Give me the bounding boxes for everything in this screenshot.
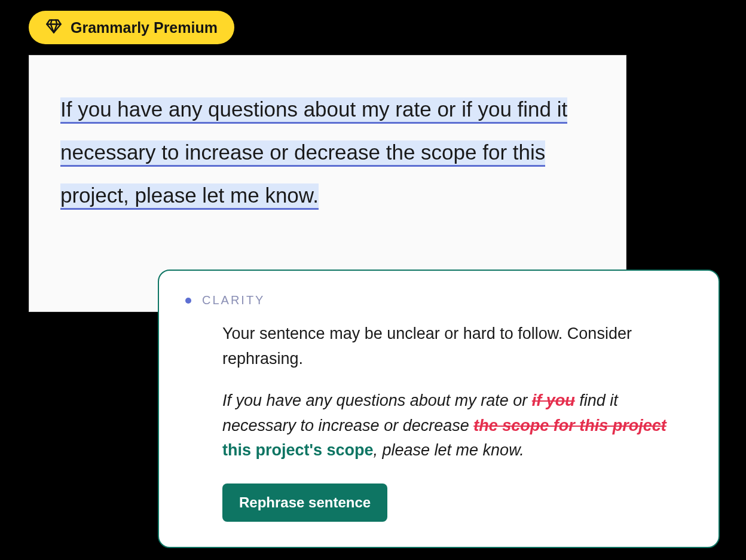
highlighted-sentence[interactable]: If you have any questions about my rate … (60, 97, 567, 210)
replacement-text: this project's scope (222, 441, 374, 459)
suggestion-card: CLARITY Your sentence may be unclear or … (158, 270, 720, 548)
rewrite-preview: If you have any questions about my rate … (222, 388, 692, 464)
strike-text: the scope for this project (473, 417, 666, 434)
category-label: CLARITY (202, 293, 265, 307)
rephrase-button[interactable]: Rephrase sentence (222, 484, 387, 522)
rewrite-part: If you have any questions about my rate … (222, 391, 532, 409)
strike-text: if you (532, 391, 575, 409)
category-dot-icon (185, 298, 191, 304)
premium-label: Grammarly Premium (71, 19, 218, 36)
editor-text[interactable]: If you have any questions about my rate … (60, 88, 595, 216)
suggestion-body: Your sentence may be unclear or hard to … (185, 322, 692, 522)
diamond-icon (45, 18, 62, 37)
rewrite-part: , please let me know. (374, 441, 524, 459)
suggestion-header: CLARITY (185, 293, 692, 307)
premium-badge: Grammarly Premium (29, 11, 234, 44)
explanation-text: Your sentence may be unclear or hard to … (222, 322, 692, 372)
